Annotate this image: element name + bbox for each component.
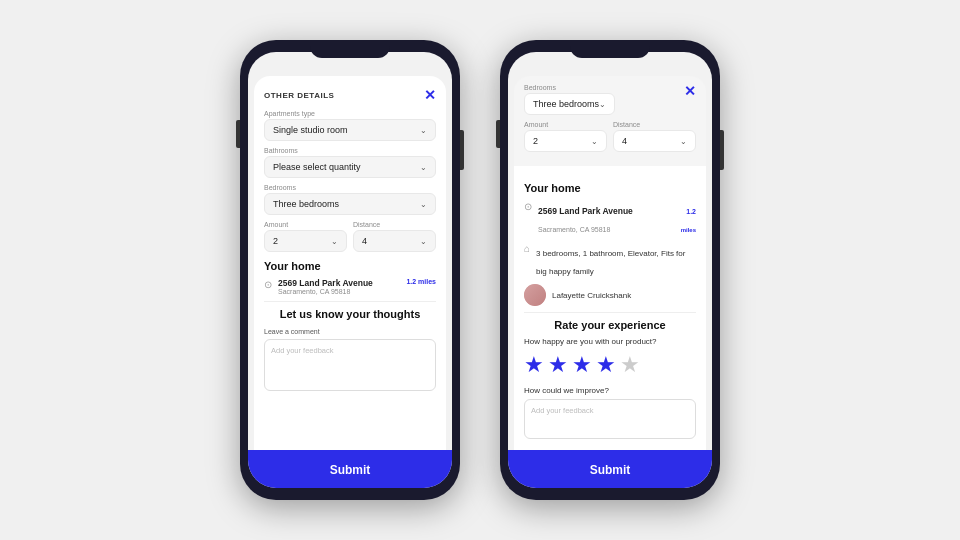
star-4[interactable]: ★ [596,352,616,378]
phone-2-screen: Bedrooms Three bedrooms ⌄ ✕ Amount [508,52,712,488]
comment-placeholder: Add your feedback [271,346,429,355]
distance-label: Distance [353,221,436,228]
phone-2-inner: Bedrooms Three bedrooms ⌄ ✕ Amount [508,52,712,488]
bathrooms-arrow: ⌄ [420,163,427,172]
phone-1: OTHER DETAILS ✕ Apartments type Single s… [240,40,460,500]
location-icon-1: ⊙ [264,279,272,290]
amount-distance-row: Amount 2 ⌄ Distance 4 ⌄ [264,221,436,252]
your-home-title-2: Your home [524,182,696,194]
phone2-distance-arrow: ⌄ [680,137,687,146]
person-row-2: Lafayette Cruickshank [524,284,696,306]
description-row-2: ⌂ 3 bedrooms, 1 bathroom, Elevator, Fits… [524,242,696,278]
rating-section: Rate your experience How happy are you w… [524,319,696,439]
stars-row: ★ ★ ★ ★ ★ [524,352,696,378]
bedrooms-label: Bedrooms [264,184,436,191]
phone-2: Bedrooms Three bedrooms ⌄ ✕ Amount [500,40,720,500]
phone2-amount-arrow: ⌄ [591,137,598,146]
scene: OTHER DETAILS ✕ Apartments type Single s… [0,0,960,540]
feedback-placeholder: Add your feedback [531,406,689,415]
star-3[interactable]: ★ [572,352,592,378]
miles-value-2: 1.2 [686,208,696,215]
panel-header-1: OTHER DETAILS ✕ [264,88,436,102]
phone-1-inner: OTHER DETAILS ✕ Apartments type Single s… [248,52,452,488]
submit-label-1: Submit [330,463,371,477]
phone2-amount-dropdown[interactable]: 2 ⌄ [524,130,607,152]
phone2-top-fields: Bedrooms Three bedrooms ⌄ [524,84,615,115]
home-icon-2: ⌂ [524,243,530,254]
address-row-2: ⊙ 2569 Land Park Avenue Sacramento, CA 9… [524,200,696,236]
bathrooms-field: Bathrooms Please select quantity ⌄ [264,147,436,178]
description-text-2: 3 bedrooms, 1 bathroom, Elevator, Fits f… [536,242,696,278]
phone2-distance-field: Distance 4 ⌄ [613,121,696,152]
phone2-distance-label: Distance [613,121,696,128]
star-2[interactable]: ★ [548,352,568,378]
submit-bar-1[interactable]: Submit [248,450,452,488]
rating-question: How happy are you with our product? [524,337,696,346]
thoughts-title: Let us know your thoughts [264,308,436,320]
apartment-type-arrow: ⌄ [420,126,427,135]
divider-2 [524,312,696,313]
address-sub-2: Sacramento, CA 95818 [538,226,610,233]
bedrooms-dropdown[interactable]: Three bedrooms ⌄ [264,193,436,215]
panel-title-1: OTHER DETAILS [264,91,334,100]
phone2-bedrooms-arrow: ⌄ [599,100,606,109]
comment-box[interactable]: Add your feedback [264,339,436,391]
notch-2 [570,40,650,58]
phone2-amount-distance-row: Amount 2 ⌄ Distance 4 ⌄ [524,121,696,152]
phone2-bedrooms-value: Three bedrooms [533,99,599,109]
phone2-top-area: Bedrooms Three bedrooms ⌄ ✕ Amount [514,76,706,166]
submit-label-2: Submit [590,463,631,477]
bathrooms-value: Please select quantity [273,162,361,172]
phone2-main-content: Your home ⊙ 2569 Land Park Avenue Sacram… [514,166,706,450]
address-text-1: 2569 Land Park Avenue Sacramento, CA 958… [278,278,400,295]
miles-unit-2: miles [681,227,696,233]
miles-badge-1: 1.2 miles [406,278,436,285]
address-name-2: 2569 Land Park Avenue [538,206,633,216]
address-row-1: ⊙ 2569 Land Park Avenue Sacramento, CA 9… [264,278,436,295]
person-name-2: Lafayette Cruickshank [552,291,631,300]
amount-dropdown[interactable]: 2 ⌄ [264,230,347,252]
form-panel-1: OTHER DETAILS ✕ Apartments type Single s… [254,76,446,450]
apartment-type-label: Apartments type [264,110,436,117]
rating-title: Rate your experience [524,319,696,331]
divider-1 [264,301,436,302]
avatar-2 [524,284,546,306]
close-button-2[interactable]: ✕ [684,84,696,98]
phone2-amount-label: Amount [524,121,607,128]
phone2-distance-dropdown[interactable]: 4 ⌄ [613,130,696,152]
amount-field: Amount 2 ⌄ [264,221,347,252]
phone2-amount-value: 2 [533,136,538,146]
bedrooms-arrow: ⌄ [420,200,427,209]
apartment-type-dropdown[interactable]: Single studio room ⌄ [264,119,436,141]
bathrooms-dropdown[interactable]: Please select quantity ⌄ [264,156,436,178]
submit-bar-2[interactable]: Submit [508,450,712,488]
address-text-2: 2569 Land Park Avenue Sacramento, CA 958… [538,200,675,236]
distance-value: 4 [362,236,367,246]
phone2-bedrooms-dropdown[interactable]: Three bedrooms ⌄ [524,93,615,115]
comment-label: Leave a comment [264,328,436,335]
phone2-distance-value: 4 [622,136,627,146]
phone2-bedrooms-label: Bedrooms [524,84,615,91]
amount-arrow: ⌄ [331,237,338,246]
address-name-1: 2569 Land Park Avenue [278,278,400,288]
improve-label: How could we improve? [524,386,696,395]
address-sub-1: Sacramento, CA 95818 [278,288,400,295]
distance-dropdown[interactable]: 4 ⌄ [353,230,436,252]
bedrooms-field: Bedrooms Three bedrooms ⌄ [264,184,436,215]
phone2-amount-field: Amount 2 ⌄ [524,121,607,152]
phone-1-screen: OTHER DETAILS ✕ Apartments type Single s… [248,52,452,488]
your-home-title-1: Your home [264,260,436,272]
star-1[interactable]: ★ [524,352,544,378]
notch-1 [310,40,390,58]
star-5[interactable]: ★ [620,352,640,378]
bedrooms-value: Three bedrooms [273,199,339,209]
home-description-2: 3 bedrooms, 1 bathroom, Elevator, Fits f… [536,249,685,276]
apartment-type-value: Single studio room [273,125,348,135]
distance-field: Distance 4 ⌄ [353,221,436,252]
distance-arrow: ⌄ [420,237,427,246]
amount-value: 2 [273,236,278,246]
feedback-box[interactable]: Add your feedback [524,399,696,439]
close-button-1[interactable]: ✕ [424,88,436,102]
apartment-type-field: Apartments type Single studio room ⌄ [264,110,436,141]
location-icon-2: ⊙ [524,201,532,212]
